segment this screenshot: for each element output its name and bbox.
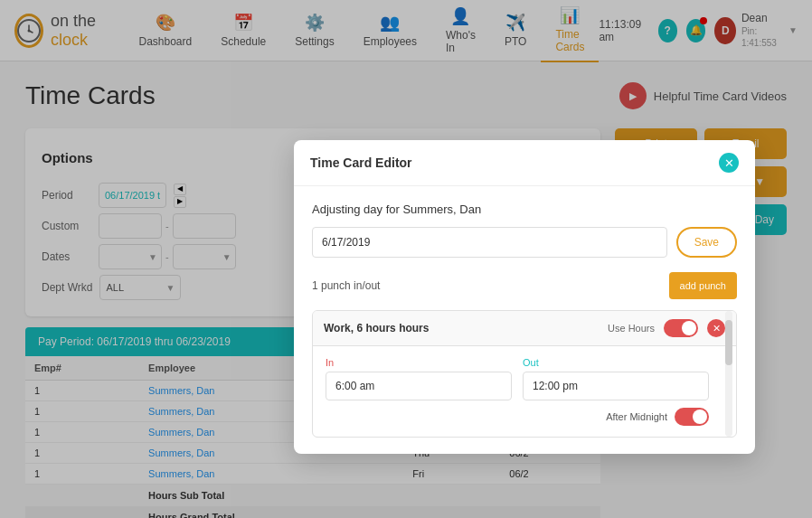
punch-header-row: 1 punch in/out add punch [312,272,737,299]
work-card-header: Work, 6 hours hours Use Hours ✕ [313,311,736,346]
modal-subtitle: Adjusting day for Summers, Dan [312,202,737,216]
use-hours-label: Use Hours [608,323,655,334]
modal-close-button[interactable]: ✕ [719,153,739,173]
modal-overlay: Time Card Editor ✕ Adjusting day for Sum… [0,0,812,518]
in-time-input[interactable] [326,372,512,400]
modal-title: Time Card Editor [310,155,412,170]
modal-scrollbar-track[interactable] [725,311,732,437]
modal-scrollbar-thumb[interactable] [725,320,732,365]
work-card: Work, 6 hours hours Use Hours ✕ In [312,310,737,438]
modal-header: Time Card Editor ✕ [294,140,755,186]
work-card-remove-button[interactable]: ✕ [707,319,725,337]
work-card-body: In Out After Midnight [313,346,736,437]
after-midnight-label: After Midnight [606,411,667,422]
modal-body: Adjusting day for Summers, Dan 6/17/2019… [294,186,755,454]
date-input-box[interactable]: 6/17/2019 [312,227,667,258]
out-label: Out [523,357,709,368]
add-punch-button[interactable]: add punch [669,272,737,299]
punch-count-label: 1 punch in/out [312,279,380,292]
out-time-input[interactable] [523,372,709,400]
work-card-title: Work, 6 hours hours [324,322,429,334]
after-midnight-toggle[interactable] [675,408,709,426]
in-label: In [326,357,512,368]
modal: Time Card Editor ✕ Adjusting day for Sum… [294,140,755,454]
modal-save-button[interactable]: Save [676,227,737,258]
use-hours-toggle[interactable] [664,319,698,337]
